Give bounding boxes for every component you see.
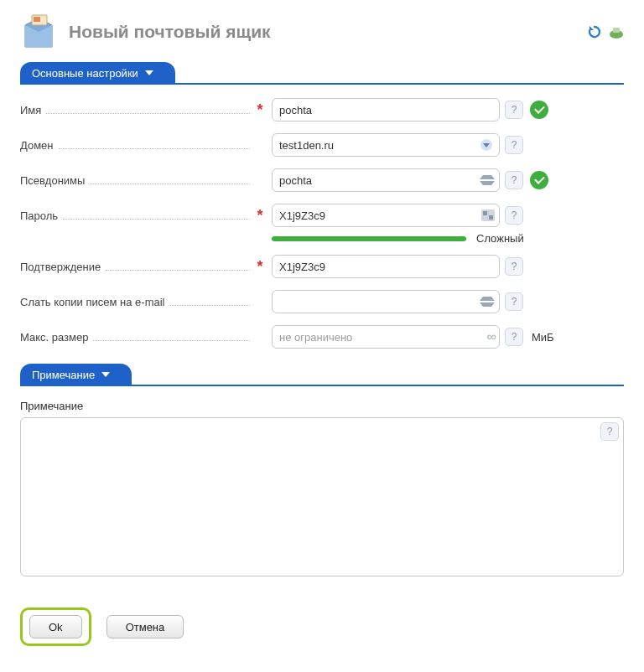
valid-icon [530,171,548,189]
help-icon[interactable]: ? [505,101,523,119]
section-tab-main[interactable]: Основные настройки [20,62,175,84]
section-tab-note[interactable]: Примечание [20,364,132,385]
help-icon[interactable]: ? [505,206,523,225]
section-tab-label: Примечание [32,369,95,381]
help-icon[interactable]: ? [505,257,523,276]
name-input[interactable] [272,98,500,121]
domain-select[interactable]: test1den.ru [272,133,500,157]
label-maxsize: Макс. размер [20,331,88,344]
mailbox-icon [20,13,57,50]
ok-highlight: Ok [20,607,91,646]
help-icon[interactable]: ? [505,328,523,346]
required-mark: * [255,101,265,119]
label-name: Имя [20,104,41,116]
password-strength: Сложный [20,232,624,245]
row-confirm: Подтверждение * ? [20,255,624,278]
help-icon[interactable]: ? [505,136,523,154]
stepper-icon[interactable] [480,170,495,190]
domain-value: test1den.ru [279,139,334,152]
help-icon[interactable]: ? [505,292,523,311]
label-copies: Слать копии писем на e-mail [20,296,165,308]
footer-actions: Ok Отмена [20,607,624,646]
row-copies: Слать копии писем на e-mail ? [20,290,624,313]
label-domain: Домен [20,139,54,152]
label-confirm: Подтверждение [20,261,101,273]
section-tab-label: Основные настройки [32,67,138,80]
settings-icon[interactable] [609,24,624,39]
row-name: Имя * ? [20,98,624,121]
required-mark: * [255,207,265,225]
valid-icon [530,101,548,119]
copies-input[interactable] [272,290,500,313]
page-header: Новый почтовый ящик [20,13,624,50]
aliases-input[interactable] [272,168,500,192]
label-aliases: Псевдонимы [20,174,85,187]
page-title: Новый почтовый ящик [69,22,587,42]
svg-rect-3 [613,28,620,33]
strength-label: Сложный [476,232,524,245]
password-input[interactable] [272,204,500,227]
row-password: Пароль * ? [20,204,624,227]
help-icon[interactable]: ? [600,422,619,441]
chevron-down-icon [480,139,492,151]
chevron-down-icon [101,372,110,377]
row-maxsize: Макс. размер ∞ ? МиБ [20,325,624,349]
required-mark: * [255,258,265,276]
label-password: Пароль [20,209,58,222]
row-domain: Домен test1den.ru ? [20,133,624,157]
section-note: Примечание Примечание ? [20,364,624,579]
help-icon[interactable]: ? [505,171,523,189]
stepper-icon[interactable] [480,292,495,312]
section-main-settings: Основные настройки Имя * ? Домен test1de… [20,62,624,349]
strength-bar [272,236,466,241]
maxsize-input[interactable] [272,325,500,349]
generate-password-icon[interactable] [481,209,495,221]
svg-rect-1 [34,17,40,22]
ok-button[interactable]: Ok [29,615,82,638]
reload-icon[interactable] [587,24,602,39]
row-aliases: Псевдонимы ? [20,168,624,192]
infinity-icon[interactable]: ∞ [487,329,495,344]
note-textarea[interactable] [20,417,624,576]
confirm-input[interactable] [272,255,500,278]
cancel-button[interactable]: Отмена [106,615,184,638]
maxsize-unit: МиБ [532,331,554,344]
label-note: Примечание [20,400,624,412]
chevron-down-icon [145,70,153,75]
